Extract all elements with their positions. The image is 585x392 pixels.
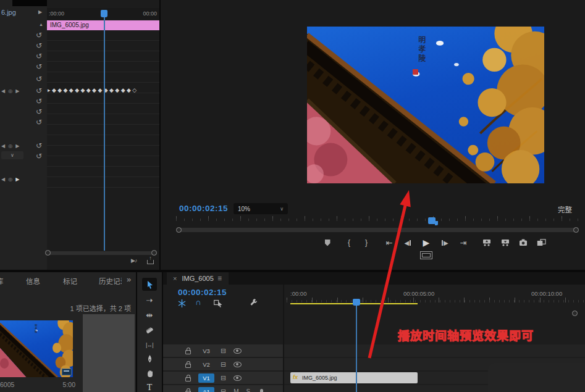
selection-tool[interactable] bbox=[142, 278, 157, 291]
ec-playhead-handle[interactable] bbox=[101, 10, 107, 17]
keyframe-diamond[interactable]: ◆ bbox=[52, 86, 56, 94]
type-tool[interactable]: T bbox=[142, 381, 157, 392]
track-header-v3[interactable]: V3 ⊟ bbox=[163, 344, 283, 357]
scrollbar-knob-left[interactable] bbox=[45, 250, 51, 256]
zoom-level-dropdown[interactable]: 10% ∨ bbox=[234, 203, 288, 214]
timeline-scroll-knob[interactable] bbox=[572, 311, 578, 316]
reset-parameter-button[interactable]: ↺ bbox=[34, 75, 44, 84]
monitor-scroll-knob-left[interactable] bbox=[176, 227, 182, 233]
next-keyframe-icon[interactable]: ▶ bbox=[15, 143, 19, 149]
prev-keyframe-icon[interactable]: ◀ bbox=[1, 143, 5, 149]
sync-lock-icon[interactable]: ⊟ bbox=[221, 361, 226, 368]
keyframe-navigator[interactable]: ◀ ◎ ▶ bbox=[1, 141, 31, 150]
keyframe-diamond[interactable]: ◆ bbox=[75, 86, 79, 94]
reset-parameter-button[interactable]: ↺ bbox=[34, 41, 44, 51]
snap-button[interactable]: ∩ bbox=[195, 298, 201, 307]
monitor-scrollbar[interactable] bbox=[178, 228, 577, 232]
add-keyframe-icon[interactable]: ◎ bbox=[8, 143, 12, 149]
sync-lock-icon[interactable]: ⊟ bbox=[221, 388, 226, 392]
keyframe-diamond[interactable]: ◆ bbox=[86, 86, 91, 94]
eye-icon[interactable] bbox=[234, 362, 242, 367]
extract-button[interactable] bbox=[498, 237, 513, 248]
next-keyframe-icon[interactable]: ▶ bbox=[15, 177, 19, 182]
settings-button[interactable] bbox=[420, 251, 432, 259]
panel-menu-icon[interactable]: ≡ bbox=[217, 274, 222, 283]
reset-parameter-button[interactable]: ↺ bbox=[34, 118, 44, 127]
close-icon[interactable]: × bbox=[173, 275, 177, 282]
eye-icon[interactable] bbox=[234, 375, 242, 381]
go-to-out-button[interactable]: ⇥ bbox=[456, 237, 471, 248]
comparison-view-button[interactable] bbox=[534, 237, 549, 248]
keyframe-diamond-hollow[interactable]: ◇ bbox=[132, 86, 137, 94]
tab-overflow-icon[interactable]: » bbox=[127, 275, 131, 286]
reset-parameter-button[interactable]: ↺ bbox=[34, 152, 44, 161]
track-name-v1[interactable]: V1 bbox=[198, 373, 214, 383]
tab-markers[interactable]: 标记 bbox=[63, 276, 77, 287]
horizontal-divider[interactable] bbox=[0, 270, 585, 272]
keyframe-diamond[interactable]: ◆ bbox=[80, 86, 85, 94]
solo-button[interactable]: S bbox=[246, 388, 251, 392]
track-select-tool[interactable]: ⇢ bbox=[142, 294, 157, 307]
lift-button[interactable] bbox=[479, 237, 494, 248]
lock-icon[interactable] bbox=[185, 364, 191, 368]
scrollbar-knob-right[interactable] bbox=[151, 250, 157, 256]
slip-tool[interactable]: |↔| bbox=[142, 338, 157, 351]
track-header-v2[interactable]: V2 ⊟ bbox=[163, 358, 283, 370]
step-back-button[interactable]: ◀ bbox=[400, 237, 415, 248]
tab-info[interactable]: 信息 bbox=[26, 276, 40, 287]
section-expand-icon[interactable]: ▶ bbox=[38, 9, 42, 15]
hand-tool[interactable] bbox=[142, 367, 157, 380]
track-name-v2[interactable]: V2 bbox=[198, 360, 214, 369]
add-keyframe-icon[interactable]: ◎ bbox=[8, 177, 12, 182]
ec-clip-bar[interactable]: IMG_6005.jpg bbox=[47, 20, 159, 30]
track-header-a1[interactable]: A1 ⊟ M S bbox=[163, 385, 283, 392]
ec-horizontal-scrollbar[interactable] bbox=[47, 251, 157, 255]
keyframe-diamond[interactable]: ◆ bbox=[69, 86, 74, 94]
prev-keyframe-icon[interactable]: ◀ bbox=[1, 88, 5, 94]
export-frame-button[interactable] bbox=[516, 237, 531, 248]
monitor-ruler[interactable] bbox=[176, 215, 581, 221]
reset-parameter-button[interactable]: ↺ bbox=[34, 107, 44, 117]
add-marker-button[interactable] bbox=[320, 237, 335, 248]
timeline-settings-button[interactable] bbox=[249, 299, 258, 309]
pen-tool[interactable] bbox=[142, 352, 157, 365]
reset-parameter-button[interactable]: ↺ bbox=[34, 141, 44, 151]
track-name-a1[interactable]: A1 bbox=[198, 387, 214, 392]
parameter-dropdown[interactable]: ∨ bbox=[1, 151, 23, 159]
monitor-scroll-knob-right[interactable] bbox=[573, 227, 579, 233]
keyframe-diamond[interactable]: ◆ bbox=[92, 86, 96, 94]
timeline-timecode[interactable]: 00:00:02:15 bbox=[178, 288, 227, 297]
lock-icon[interactable] bbox=[185, 377, 191, 382]
reset-parameter-button[interactable]: ↺ bbox=[34, 86, 44, 96]
keyframe-navigator[interactable]: ◀ ◎ ▶ bbox=[1, 175, 31, 183]
sync-lock-icon[interactable]: ⊟ bbox=[221, 375, 226, 382]
keyframe-diamond[interactable]: ◆ bbox=[127, 86, 131, 94]
keyframe-diamond[interactable]: ◆ bbox=[121, 86, 125, 94]
ripple-edit-tool[interactable]: ⇹ bbox=[142, 309, 157, 322]
keyframe-navigator[interactable]: ◀ ◎ ▶ bbox=[1, 86, 31, 95]
microphone-icon[interactable] bbox=[260, 389, 263, 392]
eye-icon[interactable] bbox=[234, 348, 242, 354]
collapse-icon[interactable]: ▲ bbox=[39, 22, 43, 27]
timeline-clip[interactable]: fx IMG_6005.jpg bbox=[290, 372, 418, 383]
mute-button[interactable]: M bbox=[234, 388, 238, 392]
sync-lock-icon[interactable]: ⊟ bbox=[221, 348, 226, 354]
track-lane-v3[interactable] bbox=[284, 344, 585, 357]
reset-parameter-button[interactable]: ↺ bbox=[34, 97, 44, 106]
track-header-v1[interactable]: V1 ⊟ bbox=[163, 372, 283, 384]
tab-libraries[interactable]: 库 bbox=[0, 276, 4, 287]
keyframe-partial[interactable]: ▸ bbox=[48, 86, 51, 94]
monitor-timecode[interactable]: 00:00:02:15 bbox=[179, 204, 228, 213]
next-keyframe-icon[interactable]: ▶ bbox=[15, 88, 19, 94]
vertical-divider[interactable] bbox=[159, 0, 161, 270]
timeline-playhead-handle[interactable] bbox=[353, 299, 360, 306]
playback-quality-dropdown[interactable]: 完整 bbox=[558, 204, 572, 214]
step-forward-button[interactable]: ▶ bbox=[437, 237, 452, 248]
reset-parameter-button[interactable]: ↺ bbox=[34, 62, 44, 72]
reset-parameter-button[interactable]: ↺ bbox=[34, 31, 44, 40]
keyframe-diamonds[interactable]: ▸◆◆◆◆◆◆◆◆◆◆◆◆◆◆◇ bbox=[48, 86, 151, 94]
reset-parameter-button[interactable]: ↺ bbox=[34, 52, 44, 61]
mark-out-button[interactable]: } bbox=[359, 237, 374, 248]
keyframe-diamond[interactable]: ◆ bbox=[115, 86, 119, 94]
project-item-thumbnail[interactable]: 明孝陵 bbox=[0, 320, 73, 377]
